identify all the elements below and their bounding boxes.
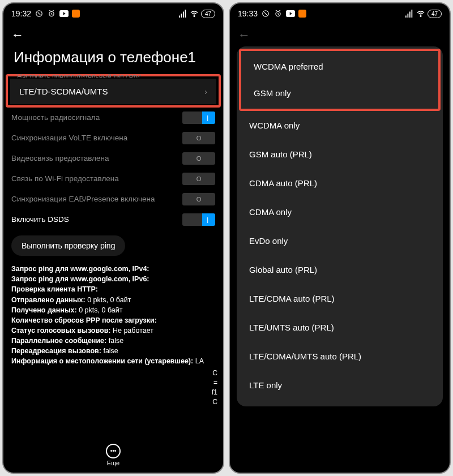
- svg-rect-6: [185, 10, 186, 18]
- svg-rect-14: [411, 10, 412, 18]
- setting-eab: Синхронизация EAB/Presence включена: [3, 189, 223, 209]
- setting-wifi-call: Связь по Wi-Fi предоставлена: [3, 169, 223, 189]
- status-time: 19:32: [11, 9, 31, 18]
- phone-right: 19:33 47 ← WCDMA pr: [229, 2, 451, 474]
- alarm-icon: [273, 9, 283, 18]
- toggle-volte[interactable]: [182, 132, 215, 144]
- status-bar: 19:33 47: [230, 3, 450, 24]
- app-icon: [298, 10, 306, 18]
- setting-signal-strength: Мощность радиосигнала: [3, 108, 223, 128]
- svg-rect-12: [407, 14, 408, 18]
- toggle-dsds[interactable]: [182, 213, 215, 226]
- cut-label: Настроить предпочтительный тип сети:: [8, 74, 219, 78]
- ping-button[interactable]: Выполнить проверку ping: [11, 235, 125, 256]
- svg-rect-3: [179, 16, 180, 18]
- trailing-text: C = f1 C: [3, 368, 223, 406]
- setting-dsds: Включить DSDS: [3, 209, 223, 230]
- youtube-icon: [59, 9, 69, 18]
- option-evdo-only[interactable]: EvDo only: [237, 226, 443, 255]
- option-cdma-only[interactable]: CDMA only: [237, 198, 443, 226]
- bottom-bar: ••• Еще: [3, 438, 223, 473]
- app-icon: [72, 10, 80, 18]
- dnd-icon: [261, 9, 270, 18]
- content-area: WCDMA preferred GSM only WCDMA only GSM …: [230, 46, 450, 473]
- status-bar: 19:32 47: [3, 3, 223, 24]
- wifi-icon: [416, 9, 425, 18]
- svg-rect-4: [181, 14, 182, 18]
- signal-icon: [178, 9, 187, 18]
- setting-video: Видеосвязь предоставлена: [3, 148, 223, 169]
- back-icon[interactable]: ←: [11, 28, 24, 42]
- svg-point-15: [420, 16, 421, 17]
- battery-indicator: 47: [201, 10, 215, 18]
- options-panel: WCDMA preferred GSM only WCDMA only GSM …: [237, 46, 443, 406]
- network-type-value: LTE/TD-SCDMA/UMTS: [19, 87, 108, 96]
- option-gsm-auto[interactable]: GSM auto (PRL): [237, 140, 443, 169]
- wifi-icon: [190, 9, 199, 18]
- option-global-auto[interactable]: Global auto (PRL): [237, 255, 443, 284]
- option-lte-umts-auto[interactable]: LTE/UMTS auto (PRL): [237, 313, 443, 342]
- svg-rect-13: [409, 12, 411, 18]
- svg-rect-11: [405, 16, 407, 18]
- phone-left: 19:32 47 ← Информация о телефоне1: [2, 2, 224, 474]
- dnd-icon: [35, 9, 44, 18]
- youtube-icon: [286, 9, 295, 18]
- back-icon[interactable]: ←: [238, 28, 250, 42]
- option-wcdma-only[interactable]: WCDMA only: [237, 111, 443, 140]
- network-type-selector[interactable]: LTE/TD-SCDMA/UMTS ›: [10, 79, 216, 104]
- page-title: Информация о телефоне1: [3, 46, 223, 74]
- battery-indicator: 47: [428, 10, 442, 18]
- back-row: ←: [3, 24, 223, 46]
- content-area: Настроить предпочтительный тип сети: LTE…: [3, 74, 223, 438]
- back-row: ←: [230, 24, 450, 46]
- more-icon[interactable]: •••: [106, 444, 121, 458]
- option-cdma-auto[interactable]: CDMA auto (PRL): [237, 169, 443, 198]
- status-time: 19:33: [238, 9, 258, 18]
- highlight-network-type: Настроить предпочтительный тип сети: LTE…: [6, 74, 221, 108]
- setting-volte: Синхронизация VoLTE включена: [3, 128, 223, 148]
- toggle-wifi-call[interactable]: [182, 173, 215, 185]
- alarm-icon: [47, 9, 56, 18]
- option-lte-cdma-umts-auto[interactable]: LTE/CDMA/UMTS auto (PRL): [237, 342, 443, 371]
- option-gsm-only[interactable]: GSM only: [241, 80, 438, 106]
- info-block: Запрос ping для www.google.com, IPv4: За…: [3, 261, 223, 368]
- option-lte-cdma-auto[interactable]: LTE/CDMA auto (PRL): [237, 284, 443, 313]
- highlight-top-options: WCDMA preferred GSM only: [239, 49, 441, 111]
- svg-rect-5: [183, 12, 184, 18]
- svg-point-7: [194, 16, 195, 17]
- toggle-video[interactable]: [182, 152, 215, 165]
- toggle-eab[interactable]: [182, 193, 215, 205]
- signal-icon: [405, 9, 414, 18]
- chevron-right-icon: ›: [204, 87, 207, 96]
- option-wcdma-preferred[interactable]: WCDMA preferred: [241, 53, 438, 80]
- toggle-signal[interactable]: [182, 112, 215, 124]
- more-label: Еще: [107, 460, 119, 466]
- option-lte-only[interactable]: LTE only: [237, 371, 443, 400]
